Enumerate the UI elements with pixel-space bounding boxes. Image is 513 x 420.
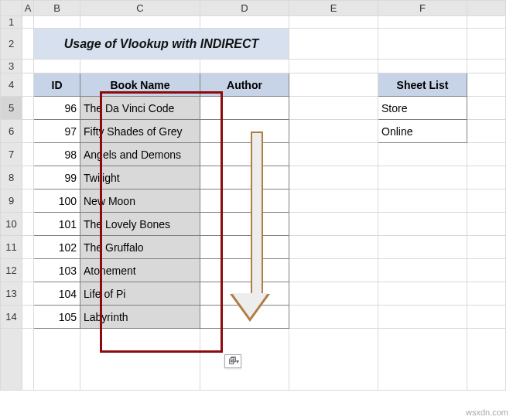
cell-book[interactable]: Atonement bbox=[80, 259, 200, 282]
header-book[interactable]: Book Name bbox=[80, 73, 200, 97]
cell-author[interactable] bbox=[200, 259, 289, 282]
row-header-11[interactable]: 11 bbox=[1, 236, 22, 259]
row-header-13[interactable]: 13 bbox=[1, 282, 22, 306]
cell-book[interactable]: Fifty Shades of Grey bbox=[80, 120, 200, 143]
cell-id[interactable]: 102 bbox=[34, 236, 80, 259]
cell-id[interactable]: 103 bbox=[34, 259, 80, 282]
cell-author[interactable] bbox=[200, 97, 289, 120]
cell-sheetlist[interactable]: Online bbox=[378, 120, 467, 143]
cell-id[interactable]: 101 bbox=[34, 213, 80, 236]
cell-author[interactable] bbox=[200, 306, 289, 329]
cell-book[interactable]: Twilight bbox=[80, 166, 200, 190]
cell-book[interactable]: The Da Vinci Code bbox=[80, 97, 200, 120]
cell-id[interactable]: 104 bbox=[34, 282, 80, 306]
col-header-extra[interactable] bbox=[467, 1, 506, 16]
row-header-5[interactable]: 5 bbox=[1, 97, 22, 120]
col-header-A[interactable]: A bbox=[22, 1, 34, 16]
col-header-E[interactable]: E bbox=[289, 1, 378, 16]
cell-id[interactable]: 98 bbox=[34, 143, 80, 166]
page-title: Usage of Vlookup with INDIRECT bbox=[34, 29, 289, 60]
cell-id[interactable]: 105 bbox=[34, 306, 80, 329]
cell-book[interactable]: Angels and Demons bbox=[80, 143, 200, 166]
row-header-1[interactable]: 1 bbox=[1, 16, 22, 29]
col-header-B[interactable]: B bbox=[34, 1, 80, 16]
cell-author[interactable] bbox=[200, 190, 289, 213]
row-header-2[interactable]: 2 bbox=[1, 29, 22, 60]
row-header-9[interactable]: 9 bbox=[1, 190, 22, 213]
watermark: wsxdn.com bbox=[466, 408, 508, 417]
spreadsheet-grid[interactable]: A B C D E F 1 2 Usage of Vlookup with IN… bbox=[0, 0, 506, 391]
row-header-3[interactable]: 3 bbox=[1, 60, 22, 73]
cell-book[interactable]: Life of Pi bbox=[80, 282, 200, 306]
cell-author[interactable] bbox=[200, 236, 289, 259]
row-header-6[interactable]: 6 bbox=[1, 120, 22, 143]
row-header-7[interactable]: 7 bbox=[1, 143, 22, 166]
header-author[interactable]: Author bbox=[200, 73, 289, 97]
row-header-4[interactable]: 4 bbox=[1, 73, 22, 97]
cell-book[interactable]: The Gruffalo bbox=[80, 236, 200, 259]
cell-id[interactable]: 100 bbox=[34, 190, 80, 213]
cell-author[interactable] bbox=[200, 166, 289, 190]
cell-author[interactable] bbox=[200, 282, 289, 306]
cell-author[interactable] bbox=[200, 120, 289, 143]
cell-book[interactable]: New Moon bbox=[80, 190, 200, 213]
cell-author[interactable] bbox=[200, 213, 289, 236]
row-header-10[interactable]: 10 bbox=[1, 213, 22, 236]
select-all-corner[interactable] bbox=[1, 1, 22, 16]
cell-id[interactable]: 97 bbox=[34, 120, 80, 143]
row-header-8[interactable]: 8 bbox=[1, 166, 22, 190]
cell-book[interactable]: The Lovely Bones bbox=[80, 213, 200, 236]
header-id[interactable]: ID bbox=[34, 73, 80, 97]
col-header-C[interactable]: C bbox=[80, 1, 200, 16]
cell-sheetlist[interactable]: Store bbox=[378, 97, 467, 120]
header-sheetlist[interactable]: Sheet List bbox=[378, 73, 467, 97]
cell-book[interactable]: Labyrinth bbox=[80, 306, 200, 329]
cell-id[interactable]: 96 bbox=[34, 97, 80, 120]
col-header-F[interactable]: F bbox=[378, 1, 467, 16]
col-header-D[interactable]: D bbox=[200, 1, 289, 16]
cell-id[interactable]: 99 bbox=[34, 166, 80, 190]
cell-author[interactable] bbox=[200, 143, 289, 166]
row-header-12[interactable]: 12 bbox=[1, 259, 22, 282]
autofill-options-icon[interactable]: 🗐 bbox=[224, 354, 241, 368]
row-header-extra[interactable] bbox=[1, 329, 22, 391]
row-header-14[interactable]: 14 bbox=[1, 306, 22, 329]
